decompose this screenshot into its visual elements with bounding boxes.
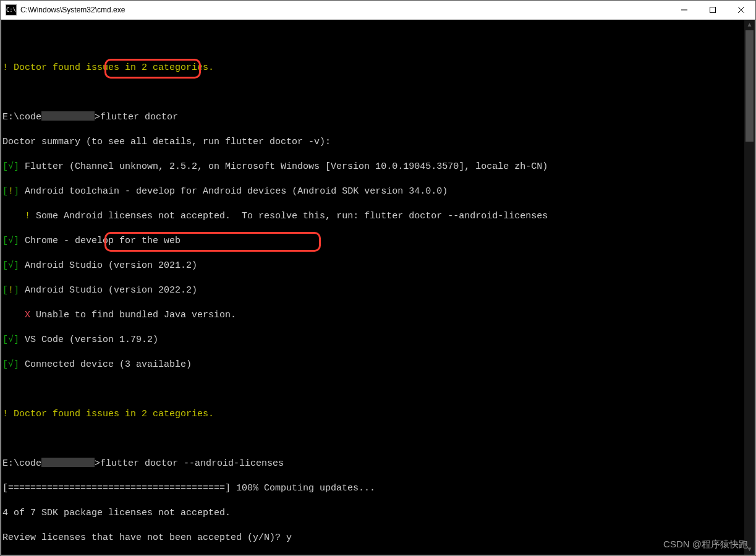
svg-rect-0 [710,7,716,13]
minimize-button[interactable] [670,1,699,19]
output-line: [√] Flutter (Channel unknown, 2.5.2, on … [1,161,755,173]
output-line: [√] Chrome - develop for the web [1,235,755,247]
output-line [1,433,755,445]
output-line: [√] Android Studio (version 2021.2) [1,260,755,272]
window-title: C:\Windows\System32\cmd.exe [20,6,125,14]
prompt-line: E:\code>flutter doctor [1,111,755,124]
output-line: ! Doctor found issues in 2 categories. [1,408,755,421]
window: C:\ C:\Windows\System32\cmd.exe ! Doctor… [0,0,756,556]
scroll-thumb[interactable] [745,30,754,142]
output-line: Doctor summary (to see all details, run … [1,136,755,148]
close-button[interactable] [727,1,755,19]
output-line: [!] Android Studio (version 2022.2) [1,284,755,297]
scroll-down-icon[interactable]: ▼ [744,544,755,555]
output-line [1,383,755,396]
maximize-button[interactable] [699,1,727,19]
output-line [1,37,755,49]
output-line [1,87,755,99]
redacted-segment [41,111,95,121]
output-line: [√] VS Code (version 1.79.2) [1,334,755,346]
cmd-icon: C:\ [6,4,17,15]
prompt-line: E:\code>flutter doctor --android-license… [1,458,755,470]
output-line: ! Doctor found issues in 2 categories. [1,62,755,74]
titlebar[interactable]: C:\ C:\Windows\System32\cmd.exe [1,1,755,20]
output-line: ! Some Android licenses not accepted. To… [1,210,755,223]
redacted-segment [41,458,95,467]
output-line: 4 of 7 SDK package licenses not accepted… [1,507,755,520]
output-line: Review licenses that have not been accep… [1,532,755,544]
output-line: [!] Android toolchain - develop for Andr… [1,186,755,198]
output-line: [=======================================… [1,482,755,495]
scrollbar[interactable]: ▲ ▼ [744,20,755,555]
output-line: [√] Connected device (3 available) [1,359,755,371]
scroll-up-icon[interactable]: ▲ [744,20,755,30]
output-line: X Unable to find bundled Java version. [1,309,755,322]
terminal[interactable]: ! Doctor found issues in 2 categories. E… [1,20,755,555]
